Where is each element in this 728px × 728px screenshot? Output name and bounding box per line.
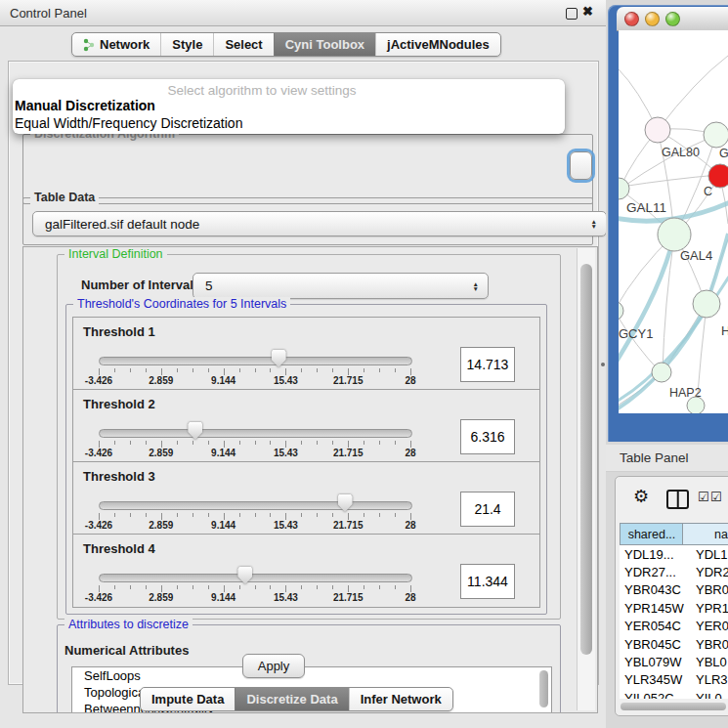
- zoom-traffic-light-icon[interactable]: [665, 12, 680, 26]
- tick-mark: [99, 513, 100, 520]
- horizontal-scrollbar-thumb[interactable]: [621, 703, 726, 710]
- tick-label: 15.43: [274, 448, 298, 458]
- table-row[interactable]: YIL052CYIL0: [620, 689, 728, 699]
- dropdown-item-equal-width-frequency-discretization[interactable]: Equal Width/Frequency Discretization: [15, 115, 242, 131]
- network-node-h[interactable]: [693, 290, 720, 318]
- network-node-gal80[interactable]: [645, 117, 670, 143]
- tick-label: 21.715: [333, 375, 364, 386]
- tick-mark: [130, 513, 131, 517]
- list-scrollbar-thumb[interactable]: [539, 670, 548, 707]
- tick-label: 15.43: [274, 375, 298, 386]
- cell-shared-name[interactable]: YDR27...: [620, 565, 682, 579]
- cell-shared-name[interactable]: YDL19...: [620, 547, 682, 562]
- table-data-combo[interactable]: galFiltered.sif default node ▲▼: [32, 211, 607, 236]
- close-icon[interactable]: ✖: [582, 4, 593, 19]
- control-panel-titlebar: Control Panel ✖: [0, 0, 606, 26]
- threshold-panel-2: Threshold 2-3.4262.8599.14415.4321.71528…: [72, 389, 540, 463]
- network-node-hap2[interactable]: [652, 363, 671, 382]
- tick-label: 28: [405, 448, 415, 458]
- cell-name[interactable]: YIL0: [682, 691, 722, 699]
- cell-name[interactable]: YLR3: [682, 672, 728, 687]
- table-row[interactable]: YBR043CYBR0: [620, 581, 728, 599]
- table-row[interactable]: YER054CYER0: [620, 618, 728, 635]
- cell-name[interactable]: YER0: [682, 619, 728, 633]
- tick-mark: [317, 368, 318, 372]
- bottom-tab-impute-data[interactable]: Impute Data: [141, 688, 235, 710]
- tick-label: 28: [405, 592, 415, 603]
- algorithm-combo[interactable]: [570, 151, 592, 180]
- threshold-value-field[interactable]: 11.344: [460, 564, 515, 599]
- threshold-panel-1: Threshold 1-3.4262.8599.14415.4321.71528…: [72, 317, 540, 391]
- settings-gear-icon[interactable]: ⚙: [633, 486, 649, 507]
- cell-shared-name[interactable]: YBR043C: [620, 582, 682, 597]
- network-node-unlabeled[interactable]: [687, 397, 705, 413]
- slider-track[interactable]: [99, 357, 412, 365]
- cell-name[interactable]: YPR1: [682, 601, 728, 616]
- cell-shared-name[interactable]: YER054C: [620, 619, 682, 633]
- column-header-shared[interactable]: shared...: [620, 523, 684, 545]
- network-node-gcy1[interactable]: [619, 301, 623, 321]
- column-header-na[interactable]: na: [682, 523, 728, 545]
- network-node-gal4[interactable]: [658, 218, 691, 251]
- apply-button[interactable]: Apply: [242, 654, 305, 678]
- vertical-scrollbar-thumb[interactable]: [580, 264, 592, 655]
- threshold-value-field[interactable]: 6.316: [460, 419, 515, 454]
- checkbox-checked-icon[interactable]: ☑: [710, 490, 722, 504]
- network-window-titlebar[interactable]: [617, 7, 728, 31]
- bottom-tab-infer-network[interactable]: Infer Network: [349, 688, 452, 710]
- cell-shared-name[interactable]: YPR145W: [620, 601, 682, 616]
- cell-shared-name[interactable]: YIL052C: [620, 691, 682, 699]
- slider-thumb[interactable]: [237, 567, 252, 584]
- tab-select[interactable]: Select: [213, 33, 273, 56]
- cell-shared-name[interactable]: YBR045C: [620, 637, 682, 652]
- cell-name[interactable]: YDL1: [682, 547, 728, 562]
- tab-style[interactable]: Style: [160, 33, 213, 56]
- checkbox-checked-icon[interactable]: ☑: [698, 490, 709, 504]
- cell-shared-name[interactable]: YBL079W: [620, 655, 682, 669]
- right-workspace: GAL80GACGAL11GAL4GCY1HHAP2 Table Panel ⚙…: [606, 0, 728, 728]
- column-layout-icon[interactable]: [666, 490, 689, 509]
- bottom-tab-discretize-data[interactable]: Discretize Data: [235, 688, 348, 710]
- cell-name[interactable]: YBR0: [682, 637, 728, 652]
- cell-name[interactable]: YBL0: [682, 655, 727, 669]
- cell-shared-name[interactable]: YLR345W: [620, 672, 682, 687]
- slider-track[interactable]: [99, 574, 412, 582]
- split-pane-handle[interactable]: [601, 363, 605, 366]
- tick-mark: [364, 441, 364, 445]
- table-row[interactable]: YBL079WYBL0: [620, 653, 728, 670]
- network-canvas[interactable]: GAL80GACGAL11GAL4GCY1HHAP2: [619, 30, 728, 413]
- tick-mark: [270, 513, 271, 517]
- interval-definition-group: Interval Definition Number of Intervals …: [57, 254, 561, 620]
- threshold-value-field[interactable]: 14.713: [460, 347, 515, 382]
- attribute-item-selfloops[interactable]: SelfLoops: [72, 667, 551, 684]
- cell-name[interactable]: YDR2: [682, 565, 728, 579]
- tick-mark: [395, 513, 396, 517]
- slider-track[interactable]: [99, 429, 412, 438]
- vertical-scrollbar[interactable]: [577, 248, 595, 710]
- tab-jactivemnodules[interactable]: jActiveMNodules: [375, 33, 500, 56]
- slider-thumb[interactable]: [272, 350, 286, 367]
- table-row[interactable]: YPR145WYPR1: [620, 599, 728, 617]
- tab-cyni-toolbox[interactable]: Cyni Toolbox: [274, 33, 375, 56]
- number-of-intervals-combo[interactable]: 5 ▲▼: [193, 273, 489, 299]
- tick-mark: [114, 368, 115, 372]
- table-row[interactable]: YDL19...YDL1: [620, 545, 728, 563]
- dropdown-item-manual-discretization[interactable]: Manual Discretization: [15, 98, 155, 113]
- network-node-ga[interactable]: [704, 122, 728, 148]
- tick-mark: [146, 368, 147, 372]
- tab-network[interactable]: Network: [72, 33, 160, 56]
- close-traffic-light-icon[interactable]: [624, 12, 639, 26]
- tick-mark: [239, 585, 240, 589]
- float-window-icon[interactable]: [566, 8, 578, 20]
- threshold-value-field[interactable]: 21.4: [460, 492, 515, 527]
- slider-thumb[interactable]: [188, 422, 202, 440]
- table-row[interactable]: YBR045CYBR0: [620, 635, 728, 653]
- network-view-window[interactable]: GAL80GACGAL11GAL4GCY1HHAP2: [608, 5, 728, 442]
- table-row[interactable]: YDR27...YDR2: [620, 563, 728, 580]
- slider-track[interactable]: [99, 501, 412, 510]
- cell-name[interactable]: YBR0: [682, 582, 728, 597]
- slider-thumb[interactable]: [338, 494, 353, 512]
- network-node-gal11[interactable]: [619, 178, 629, 199]
- minimize-traffic-light-icon[interactable]: [645, 12, 660, 26]
- table-row[interactable]: YLR345WYLR3: [620, 671, 728, 689]
